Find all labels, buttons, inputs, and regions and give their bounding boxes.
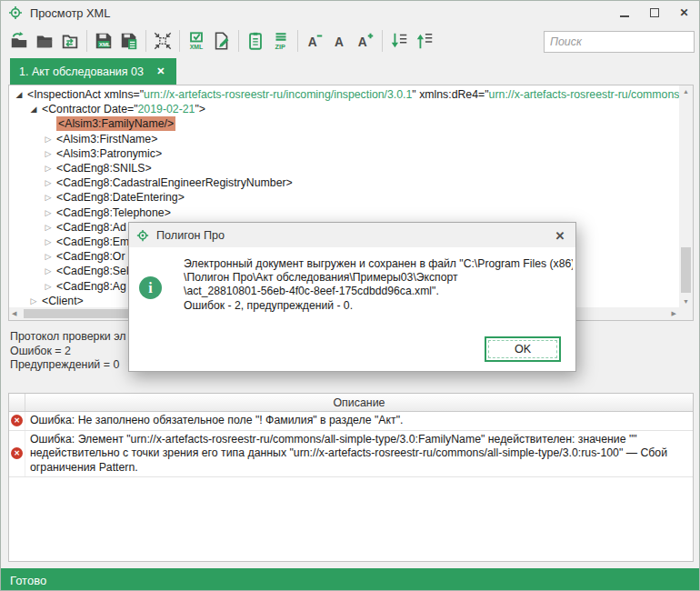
- vertical-scroll-thumb[interactable]: [681, 247, 691, 293]
- collapsed-expander-icon[interactable]: ▷: [42, 178, 55, 187]
- dialog-message: Электронный документ выгружен и сохранен…: [184, 257, 573, 313]
- tree-node[interactable]: ▷<CadEng8:CadastralEngineerRegistryNumbe…: [9, 175, 679, 190]
- view-protocol-button[interactable]: [243, 28, 268, 54]
- collapsed-expander-icon[interactable]: ▷: [42, 193, 55, 202]
- check-xml-button[interactable]: XML: [184, 28, 209, 54]
- font-reset-icon: A: [330, 31, 350, 51]
- expand-all-icon: [389, 31, 409, 51]
- search-input[interactable]: [545, 33, 700, 51]
- dialog-titlebar: Полигон Про: [129, 223, 575, 247]
- collapse-all-button[interactable]: [412, 28, 437, 54]
- error-table: Описание Ошибка: Не заполнено обязательн…: [8, 393, 694, 562]
- tree-node[interactable]: ▷<Alsim3:Patronymic>: [9, 146, 679, 161]
- minimize-icon: [620, 15, 629, 17]
- collapsed-expander-icon[interactable]: ▷: [42, 266, 55, 275]
- ok-button-label: OK: [515, 343, 531, 356]
- dialog-message-line: \act_28810801-56eb-4f0c-8eef-175cdbdd96c…: [184, 285, 573, 298]
- dialog-message-line: \Полигон Про\Акт обследования\Примеры03\…: [184, 271, 573, 285]
- dialog-close-icon[interactable]: [552, 227, 568, 244]
- collapse-node-icon: [153, 31, 173, 51]
- collapsed-expander-icon[interactable]: ▷: [42, 252, 55, 261]
- collapse-node-button[interactable]: [150, 28, 175, 54]
- tree-node[interactable]: ▷<CadEng8:SNILS>: [9, 161, 679, 175]
- polygon-pro-dialog: Полигон Про Электронный документ выгруже…: [128, 222, 576, 372]
- vertical-scrollbar[interactable]: [679, 85, 693, 307]
- collapsed-expander-icon[interactable]: ▷: [27, 296, 40, 306]
- error-table-body: Ошибка: Не заполнено обязательное поле "…: [9, 412, 693, 477]
- save-xml-icon: XML: [94, 31, 114, 51]
- summary-line-errors: Ошибок = 2: [10, 345, 125, 359]
- search-box: [544, 31, 695, 53]
- tree-node[interactable]: ◢<InspectionAct xmlns="urn://x-artefacts…: [9, 87, 679, 102]
- icon-cell: [9, 431, 25, 477]
- scroll-down-icon[interactable]: [679, 298, 693, 305]
- scroll-left-icon[interactable]: [12, 310, 16, 317]
- tree-node[interactable]: ▷<Alsim3:FirstName>: [9, 132, 679, 146]
- open-file-button[interactable]: [6, 28, 32, 54]
- node-label: <CadEng8:Sel: [56, 265, 129, 277]
- collapsed-expander-icon[interactable]: ▷: [42, 149, 55, 158]
- app-compass-icon: [8, 5, 23, 20]
- error-icon: [11, 447, 23, 459]
- collapsed-expander-icon[interactable]: ▷: [42, 237, 55, 246]
- save-xml-button[interactable]: XML: [91, 28, 116, 54]
- collapsed-expander-icon[interactable]: ▷: [42, 282, 55, 291]
- pack-zip-button[interactable]: ZIP: [268, 28, 294, 54]
- validation-summary: Протокол проверки эл Ошибок = 2 Предупре…: [10, 330, 125, 373]
- titlebar: Просмотр XML: [1, 1, 700, 25]
- font-decrease-button[interactable]: A: [302, 28, 327, 54]
- node-label: <CadEng8:Telephone>: [56, 206, 171, 219]
- node-label: <CadEng8:SNILS>: [56, 162, 152, 175]
- reload-file-button[interactable]: [57, 28, 83, 54]
- tree-node[interactable]: ▷<CadEng8:DateEntering>: [9, 190, 679, 205]
- tab-close-icon[interactable]: [155, 65, 167, 78]
- expanded-expander-icon[interactable]: ◢: [13, 90, 25, 99]
- open-file-icon: [9, 31, 29, 51]
- error-table-header: Описание: [9, 394, 693, 412]
- icon-cell: [9, 412, 25, 430]
- info-icon: [139, 276, 162, 299]
- node-label: <CadEng8:DateEntering>: [56, 191, 185, 204]
- svg-text:XML: XML: [99, 42, 111, 47]
- font-increase-button[interactable]: A: [353, 28, 378, 54]
- edit-document-button[interactable]: [209, 28, 235, 54]
- close-button[interactable]: [669, 1, 699, 25]
- collapsed-expander-icon[interactable]: ▷: [42, 135, 55, 144]
- maximize-button[interactable]: [639, 1, 669, 25]
- collapsed-expander-icon[interactable]: ▷: [42, 223, 55, 232]
- scroll-right-icon[interactable]: [672, 310, 676, 317]
- tree-node[interactable]: ▷<CadEng8:Telephone>: [9, 205, 679, 220]
- collapsed-expander-icon[interactable]: ▷: [42, 208, 55, 217]
- expanded-expander-icon[interactable]: ◢: [27, 105, 40, 114]
- font-increase-icon: A: [355, 31, 375, 51]
- scroll-up-icon[interactable]: [679, 88, 693, 95]
- svg-text:A: A: [358, 35, 367, 49]
- node-label: <Alsim3:Patronymic>: [56, 147, 162, 160]
- font-reset-button[interactable]: A: [327, 28, 353, 54]
- expand-all-button[interactable]: [386, 28, 412, 54]
- ok-button[interactable]: OK: [485, 336, 561, 362]
- node-label: <CadEng8:Em: [56, 235, 129, 248]
- svg-text:A: A: [308, 35, 317, 49]
- svg-text:XML: XML: [190, 44, 203, 50]
- summary-line-protocol: Протокол проверки эл: [10, 330, 125, 345]
- svg-text:ZIP: ZIP: [275, 43, 286, 51]
- scrollbar-corner: [679, 307, 693, 320]
- error-table-row[interactable]: Ошибка: Не заполнено обязательное поле "…: [9, 412, 693, 431]
- collapsed-expander-icon[interactable]: ▷: [42, 164, 55, 173]
- summary-line-warnings: Предупреждений = 0: [10, 358, 125, 373]
- error-description: Ошибка: Не заполнено обязательное поле "…: [25, 412, 693, 430]
- pack-zip-icon: ZIP: [271, 31, 291, 51]
- error-table-row[interactable]: Ошибка: Элемент "urn://x-artefacts-rosre…: [9, 431, 693, 478]
- tree-node[interactable]: <Alsim3:FamilyName/>: [9, 116, 679, 131]
- dialog-message-line: Электронный документ выгружен и сохранен…: [184, 257, 573, 271]
- minimize-button[interactable]: [609, 1, 639, 25]
- open-folder-button[interactable]: [32, 28, 57, 54]
- edit-document-icon: [212, 31, 232, 51]
- tree-node[interactable]: ◢<Contractor Date="2019-02-21">: [9, 102, 679, 116]
- toolbar-separator: [86, 30, 87, 52]
- tab-act-obsledovaniya[interactable]: 1. Акт обследования 03: [10, 58, 176, 85]
- save-protocol-button[interactable]: [116, 28, 142, 54]
- toolbar-separator: [179, 30, 180, 52]
- node-label: <CadEng8:Ad: [56, 221, 126, 234]
